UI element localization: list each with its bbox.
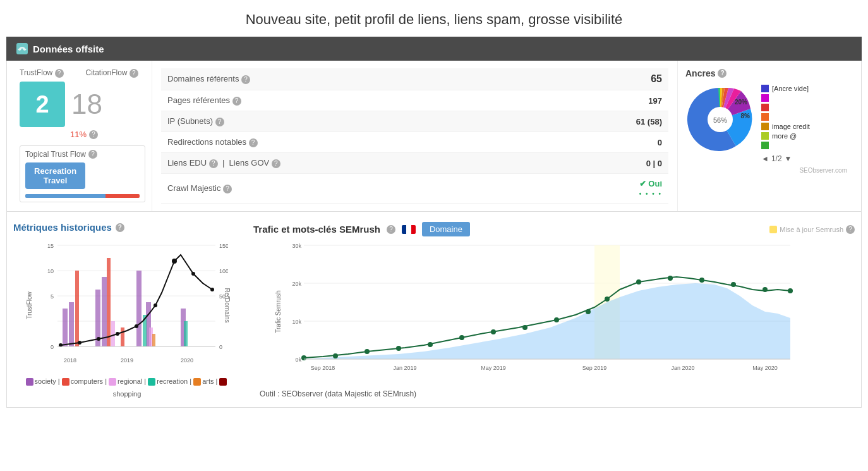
legend-item: more @ [761, 132, 847, 140]
legend-label: [Ancre vide] [772, 85, 809, 92]
left-panel: TrustFlow ? CitationFlow ? 2 18 11% ? To… [13, 61, 152, 211]
svg-rect-22 [75, 271, 79, 346]
topical-section: Topical Trust Flow ? RecreationTravel [20, 145, 145, 202]
pie-label-8: 8% [741, 113, 750, 119]
outil-label: Outil : SEObserver (data Majestic et SEM… [253, 389, 855, 398]
metric-label: Liens EDU ? | Liens GOV ? [161, 153, 549, 174]
svg-point-60 [554, 317, 559, 322]
right-panel: Ancres ? [678, 61, 855, 211]
svg-point-53 [333, 353, 338, 358]
topical-bar-red [105, 194, 140, 198]
historique-title: Métriques historiques ? [13, 222, 241, 233]
svg-text:5: 5 [51, 293, 54, 300]
svg-text:15: 15 [47, 243, 54, 249]
trust-flow-help[interactable]: ? [55, 69, 64, 78]
anchor-nav[interactable]: ◄ 1/2 ▼ [761, 154, 847, 163]
legend-item [761, 104, 847, 111]
svg-rect-16 [69, 302, 74, 346]
svg-point-54 [365, 349, 370, 354]
legend-item: image credit [761, 123, 847, 130]
svg-rect-19 [136, 271, 142, 346]
pages-help[interactable]: ? [232, 97, 241, 106]
historique-help[interactable]: ? [116, 223, 124, 232]
legend-color [761, 132, 769, 140]
anchors-help[interactable]: ? [718, 69, 726, 78]
percent-label: 11% ? [20, 130, 145, 139]
section-header-label: Données offsite [33, 44, 104, 54]
svg-point-68 [788, 288, 793, 293]
svg-point-33 [116, 332, 119, 336]
svg-point-57 [459, 335, 464, 340]
table-row: Domaines référents ? 65 [161, 68, 668, 90]
ip-help[interactable]: ? [215, 118, 224, 126]
svg-rect-25 [111, 321, 115, 346]
semrush-help[interactable]: ? [387, 225, 395, 234]
svg-rect-18 [102, 277, 107, 346]
metric-value: ✔ Oui • • • • [549, 174, 668, 204]
svg-text:20k: 20k [292, 281, 301, 287]
historique-svg: 15 10 5 0 150 100 50 0 [39, 239, 228, 372]
topical-badge: RecreationTravel [25, 162, 85, 189]
metric-value: 0 [549, 132, 668, 153]
semrush-chart-container: Trafic Semrush 30k 20k 10k 0k [285, 239, 855, 384]
legend-item [761, 142, 847, 149]
svg-point-55 [396, 346, 401, 351]
svg-point-52 [301, 355, 306, 360]
legend-color [761, 85, 769, 92]
historique-panel: Métriques historiques ? TrustFlow RefDom… [13, 222, 241, 401]
metric-label: IP (Subnets) ? [161, 111, 549, 132]
topical-bar [25, 194, 140, 198]
svg-rect-15 [63, 309, 68, 346]
chart-legend: society | computers | regional | recreat… [13, 376, 241, 401]
svg-point-66 [731, 282, 736, 287]
y-left-label: TrustFlow [26, 291, 33, 319]
percent-help[interactable]: ? [89, 130, 98, 139]
citation-flow-label: CitationFlow ? [86, 68, 146, 78]
legend-label: image credit [772, 123, 810, 130]
table-row: Liens EDU ? | Liens GOV ? 0 | 0 [161, 153, 668, 174]
topical-label: Topical Trust Flow ? [25, 150, 140, 159]
svg-text:0: 0 [51, 344, 54, 350]
gov-help[interactable]: ? [272, 159, 280, 168]
anchors-content: 56% 20% 8% [Ancre vide] [685, 85, 847, 163]
svg-text:May 2019: May 2019 [481, 365, 506, 371]
pie-label-20: 20% [735, 99, 747, 106]
svg-point-59 [522, 325, 527, 330]
edu-help[interactable]: ? [209, 159, 218, 168]
page-title: Nouveau site, petit profil de liens, lie… [0, 0, 868, 37]
anchor-legend: [Ancre vide] image credit [761, 85, 847, 163]
svg-point-67 [763, 287, 768, 292]
svg-text:0k: 0k [295, 357, 301, 363]
anchor-next[interactable]: ▼ [785, 154, 792, 163]
topical-help[interactable]: ? [88, 150, 97, 159]
crawl-dots: • • • • [639, 190, 662, 197]
legend-item: [Ancre vide] [761, 85, 847, 92]
svg-text:May 2020: May 2020 [752, 365, 778, 371]
svg-point-36 [172, 259, 177, 264]
redirections-help[interactable]: ? [249, 138, 258, 147]
svg-rect-29 [152, 334, 155, 346]
semrush-y-label: Trafic Semrush [275, 290, 282, 333]
svg-text:Jan 2019: Jan 2019 [393, 365, 416, 371]
pie-chart: 56% 20% 8% [685, 85, 755, 154]
legend-color [761, 104, 769, 111]
anchor-prev[interactable]: ◄ [761, 154, 769, 163]
link-icon [16, 43, 28, 54]
domaine-button[interactable]: Domaine [422, 222, 470, 236]
legend-color [761, 94, 769, 102]
legend-item [761, 113, 847, 121]
section-header: Données offsite [6, 37, 862, 61]
middle-panel: Domaines référents ? 65 Pages référentes… [152, 61, 678, 211]
citation-flow-help[interactable]: ? [130, 69, 138, 78]
domaines-help[interactable]: ? [241, 75, 250, 84]
legend-label: more @ [772, 132, 797, 140]
topical-bar-blue [25, 194, 105, 198]
svg-text:0: 0 [219, 344, 222, 350]
metric-label: Redirections notables ? [161, 132, 549, 153]
flow-values: 2 18 [20, 82, 145, 127]
mise-a-jour-help[interactable]: ? [846, 225, 855, 234]
svg-point-34 [135, 324, 138, 328]
svg-point-32 [97, 337, 100, 341]
svg-point-64 [668, 276, 673, 281]
crawl-help[interactable]: ? [223, 185, 232, 193]
